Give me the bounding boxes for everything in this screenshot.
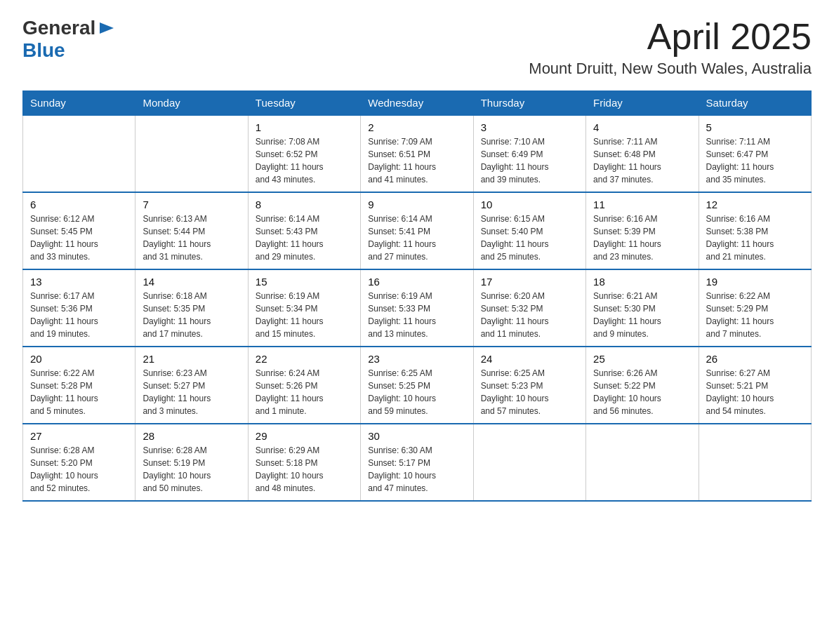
day-number: 8 <box>256 199 353 210</box>
day-cell: 3Sunrise: 7:10 AM Sunset: 6:49 PM Daylig… <box>473 115 585 192</box>
day-cell: 1Sunrise: 7:08 AM Sunset: 6:52 PM Daylig… <box>248 115 360 192</box>
day-info: Sunrise: 6:14 AM Sunset: 5:41 PM Dayligh… <box>368 213 465 263</box>
day-cell: 6Sunrise: 6:12 AM Sunset: 5:45 PM Daylig… <box>23 192 135 269</box>
day-cell: 7Sunrise: 6:13 AM Sunset: 5:44 PM Daylig… <box>135 192 248 269</box>
day-info: Sunrise: 7:09 AM Sunset: 6:51 PM Dayligh… <box>368 135 465 186</box>
day-info: Sunrise: 6:26 AM Sunset: 5:22 PM Dayligh… <box>593 367 691 417</box>
day-cell: 2Sunrise: 7:09 AM Sunset: 6:51 PM Daylig… <box>361 115 473 192</box>
day-number: 20 <box>30 353 128 365</box>
week-row-2: 6Sunrise: 6:12 AM Sunset: 5:45 PM Daylig… <box>23 192 812 269</box>
day-cell: 10Sunrise: 6:15 AM Sunset: 5:40 PM Dayli… <box>473 192 585 269</box>
day-cell: 19Sunrise: 6:22 AM Sunset: 5:29 PM Dayli… <box>699 269 811 347</box>
day-info: Sunrise: 6:27 AM Sunset: 5:21 PM Dayligh… <box>706 367 804 417</box>
day-cell <box>699 424 811 501</box>
month-year-title: April 2025 <box>529 17 812 57</box>
day-cell: 28Sunrise: 6:28 AM Sunset: 5:19 PM Dayli… <box>135 424 248 501</box>
day-number: 23 <box>368 353 465 365</box>
day-cell: 29Sunrise: 6:29 AM Sunset: 5:18 PM Dayli… <box>248 424 360 501</box>
day-number: 2 <box>368 121 465 133</box>
day-cell: 9Sunrise: 6:14 AM Sunset: 5:41 PM Daylig… <box>361 192 473 269</box>
header-cell-tuesday: Tuesday <box>248 91 360 116</box>
day-info: Sunrise: 6:16 AM Sunset: 5:39 PM Dayligh… <box>593 213 691 263</box>
day-number: 5 <box>706 121 804 133</box>
day-number: 10 <box>481 199 578 210</box>
day-info: Sunrise: 6:24 AM Sunset: 5:26 PM Dayligh… <box>256 367 353 417</box>
day-cell <box>586 424 699 501</box>
day-info: Sunrise: 6:17 AM Sunset: 5:36 PM Dayligh… <box>30 290 128 340</box>
day-cell: 22Sunrise: 6:24 AM Sunset: 5:26 PM Dayli… <box>248 347 360 424</box>
day-cell: 27Sunrise: 6:28 AM Sunset: 5:20 PM Dayli… <box>23 424 135 501</box>
header-cell-sunday: Sunday <box>23 91 135 116</box>
day-number: 24 <box>481 353 578 365</box>
header-cell-monday: Monday <box>135 91 248 116</box>
day-number: 11 <box>593 199 691 210</box>
logo-general-text: General <box>22 17 95 39</box>
day-info: Sunrise: 6:19 AM Sunset: 5:33 PM Dayligh… <box>368 290 465 340</box>
day-cell: 8Sunrise: 6:14 AM Sunset: 5:43 PM Daylig… <box>248 192 360 269</box>
day-cell: 26Sunrise: 6:27 AM Sunset: 5:21 PM Dayli… <box>699 347 811 424</box>
day-number: 12 <box>706 199 804 210</box>
day-number: 28 <box>143 430 240 442</box>
day-info: Sunrise: 7:10 AM Sunset: 6:49 PM Dayligh… <box>481 135 578 186</box>
logo-arrow-icon <box>97 18 117 38</box>
day-number: 18 <box>593 276 691 288</box>
day-number: 3 <box>481 121 578 133</box>
day-number: 16 <box>368 276 465 288</box>
day-info: Sunrise: 6:20 AM Sunset: 5:32 PM Dayligh… <box>481 290 578 340</box>
day-cell: 16Sunrise: 6:19 AM Sunset: 5:33 PM Dayli… <box>361 269 473 347</box>
day-number: 14 <box>143 276 240 288</box>
day-cell: 14Sunrise: 6:18 AM Sunset: 5:35 PM Dayli… <box>135 269 248 347</box>
day-info: Sunrise: 6:21 AM Sunset: 5:30 PM Dayligh… <box>593 290 691 340</box>
day-cell: 21Sunrise: 6:23 AM Sunset: 5:27 PM Dayli… <box>135 347 248 424</box>
title-section: April 2025 Mount Druitt, New South Wales… <box>529 17 812 78</box>
location-title: Mount Druitt, New South Wales, Australia <box>529 60 812 78</box>
day-number: 21 <box>143 353 240 365</box>
day-cell <box>23 115 135 192</box>
day-number: 27 <box>30 430 128 442</box>
day-info: Sunrise: 6:22 AM Sunset: 5:28 PM Dayligh… <box>30 367 128 417</box>
page-header: General Blue April 2025 Mount Druitt, Ne… <box>22 17 812 78</box>
day-number: 29 <box>256 430 353 442</box>
day-cell <box>135 115 248 192</box>
day-number: 19 <box>706 276 804 288</box>
day-number: 15 <box>256 276 353 288</box>
day-cell: 13Sunrise: 6:17 AM Sunset: 5:36 PM Dayli… <box>23 269 135 347</box>
day-number: 30 <box>368 430 465 442</box>
day-number: 6 <box>30 199 128 210</box>
day-cell: 30Sunrise: 6:30 AM Sunset: 5:17 PM Dayli… <box>361 424 473 501</box>
day-cell: 12Sunrise: 6:16 AM Sunset: 5:38 PM Dayli… <box>699 192 811 269</box>
day-info: Sunrise: 6:14 AM Sunset: 5:43 PM Dayligh… <box>256 213 353 263</box>
week-row-5: 27Sunrise: 6:28 AM Sunset: 5:20 PM Dayli… <box>23 424 812 501</box>
day-info: Sunrise: 6:28 AM Sunset: 5:19 PM Dayligh… <box>143 444 240 495</box>
day-info: Sunrise: 7:08 AM Sunset: 6:52 PM Dayligh… <box>256 135 353 186</box>
day-info: Sunrise: 6:18 AM Sunset: 5:35 PM Dayligh… <box>143 290 240 340</box>
day-cell: 18Sunrise: 6:21 AM Sunset: 5:30 PM Dayli… <box>586 269 699 347</box>
svg-marker-0 <box>100 22 114 34</box>
day-info: Sunrise: 6:13 AM Sunset: 5:44 PM Dayligh… <box>143 213 240 263</box>
day-number: 13 <box>30 276 128 288</box>
day-info: Sunrise: 6:30 AM Sunset: 5:17 PM Dayligh… <box>368 444 465 495</box>
day-info: Sunrise: 7:11 AM Sunset: 6:47 PM Dayligh… <box>706 135 804 186</box>
day-cell: 23Sunrise: 6:25 AM Sunset: 5:25 PM Dayli… <box>361 347 473 424</box>
day-info: Sunrise: 6:16 AM Sunset: 5:38 PM Dayligh… <box>706 213 804 263</box>
day-number: 25 <box>593 353 691 365</box>
header-cell-wednesday: Wednesday <box>361 91 473 116</box>
day-number: 26 <box>706 353 804 365</box>
day-info: Sunrise: 6:22 AM Sunset: 5:29 PM Dayligh… <box>706 290 804 340</box>
day-info: Sunrise: 6:25 AM Sunset: 5:25 PM Dayligh… <box>368 367 465 417</box>
week-row-4: 20Sunrise: 6:22 AM Sunset: 5:28 PM Dayli… <box>23 347 812 424</box>
day-number: 7 <box>143 199 240 210</box>
day-cell: 20Sunrise: 6:22 AM Sunset: 5:28 PM Dayli… <box>23 347 135 424</box>
day-cell: 24Sunrise: 6:25 AM Sunset: 5:23 PM Dayli… <box>473 347 585 424</box>
day-cell: 15Sunrise: 6:19 AM Sunset: 5:34 PM Dayli… <box>248 269 360 347</box>
day-info: Sunrise: 6:23 AM Sunset: 5:27 PM Dayligh… <box>143 367 240 417</box>
day-cell: 11Sunrise: 6:16 AM Sunset: 5:39 PM Dayli… <box>586 192 699 269</box>
day-info: Sunrise: 6:12 AM Sunset: 5:45 PM Dayligh… <box>30 213 128 263</box>
day-number: 1 <box>256 121 353 133</box>
day-info: Sunrise: 6:28 AM Sunset: 5:20 PM Dayligh… <box>30 444 128 495</box>
header-row: SundayMondayTuesdayWednesdayThursdayFrid… <box>23 91 812 116</box>
day-number: 22 <box>256 353 353 365</box>
day-info: Sunrise: 6:19 AM Sunset: 5:34 PM Dayligh… <box>256 290 353 340</box>
day-cell: 4Sunrise: 7:11 AM Sunset: 6:48 PM Daylig… <box>586 115 699 192</box>
day-cell: 25Sunrise: 6:26 AM Sunset: 5:22 PM Dayli… <box>586 347 699 424</box>
